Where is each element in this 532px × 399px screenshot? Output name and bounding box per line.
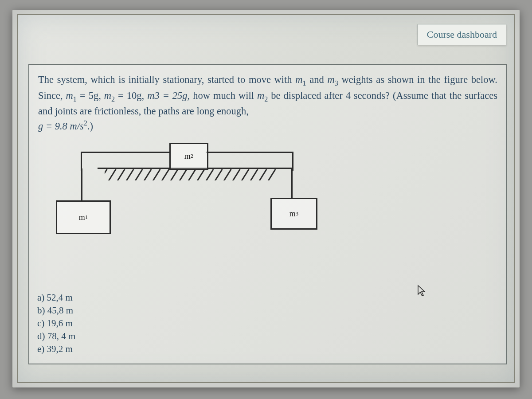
var-m3-sub: 3 bbox=[335, 79, 338, 87]
var-m3: m bbox=[328, 74, 335, 85]
eq-m1: m bbox=[66, 90, 73, 101]
var-m1-sub: 1 bbox=[303, 79, 306, 87]
text-segment: = 5g, bbox=[77, 90, 104, 101]
mass-m1-box: m1 bbox=[56, 200, 111, 234]
option-d[interactable]: d) 78, 4 m bbox=[37, 330, 75, 343]
photo-frame: Course dashboard The system, which is in… bbox=[12, 10, 520, 387]
eq-m2: m bbox=[104, 90, 111, 101]
var-m1: m bbox=[295, 74, 302, 85]
screen-area: Course dashboard The system, which is in… bbox=[17, 14, 515, 383]
text-segment: = 10g, bbox=[115, 90, 147, 101]
answer-options: a) 52,4 m b) 45,8 m c) 19,6 m d) 78, 4 m… bbox=[37, 291, 75, 356]
mass-label: m bbox=[79, 213, 85, 222]
option-b[interactable]: b) 45,8 m bbox=[37, 304, 75, 317]
mass-label-sub: 1 bbox=[85, 214, 88, 221]
question-text: The system, which is initially stationar… bbox=[38, 73, 497, 133]
question-container: The system, which is initially stationar… bbox=[28, 64, 507, 364]
option-c[interactable]: c) 19,6 m bbox=[37, 317, 75, 330]
text-segment: .) bbox=[87, 120, 93, 131]
hatch-marks bbox=[105, 169, 286, 180]
eq-m3: m3 = 25g, bbox=[147, 90, 193, 101]
text-segment: The system, which is initially stationar… bbox=[38, 74, 295, 85]
var-m2: m bbox=[257, 90, 264, 101]
physics-diagram: m2 m1 m3 bbox=[47, 143, 313, 245]
cord-m3 bbox=[291, 168, 293, 199]
mass-m3-box: m3 bbox=[270, 198, 317, 230]
eq-m1-sub: 1 bbox=[73, 95, 77, 103]
option-e[interactable]: e) 39,2 m bbox=[37, 343, 75, 356]
g-sup: 2 bbox=[84, 119, 87, 127]
mass-label-sub: 2 bbox=[191, 153, 193, 160]
course-dashboard-button[interactable]: Course dashboard bbox=[418, 24, 506, 45]
cord-m1 bbox=[81, 168, 82, 201]
eq-m2-sub: 2 bbox=[111, 95, 115, 103]
mass-label-sub: 3 bbox=[296, 211, 298, 217]
g-equation: g = 9.8 m/s bbox=[38, 120, 84, 131]
mass-label: m bbox=[184, 152, 191, 161]
mass-m2-box: m2 bbox=[169, 143, 208, 170]
text-segment: and bbox=[306, 74, 328, 85]
text-segment: how much will bbox=[193, 90, 257, 101]
option-a[interactable]: a) 52,4 m bbox=[37, 291, 75, 304]
mass-label: m bbox=[289, 209, 296, 219]
